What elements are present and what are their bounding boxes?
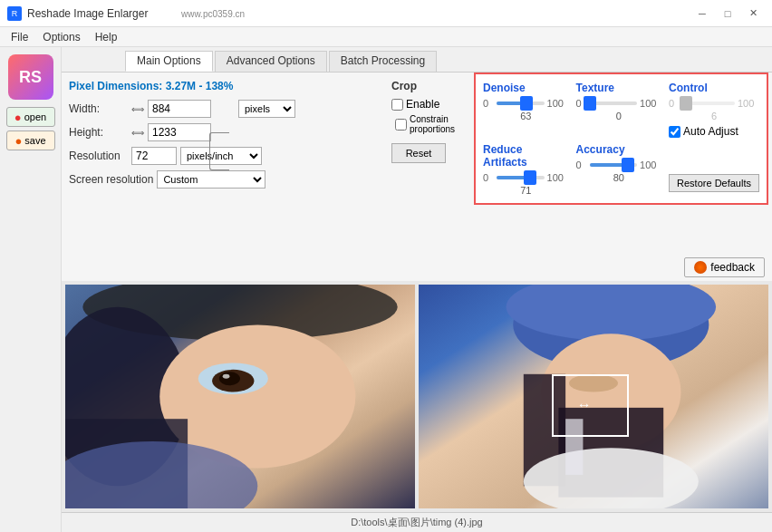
resolution-input[interactable] bbox=[131, 147, 177, 165]
width-input[interactable] bbox=[148, 100, 211, 118]
save-button[interactable]: ● save bbox=[6, 131, 55, 150]
height-label: Height: bbox=[69, 126, 128, 139]
height-row: Height: ⟺ bbox=[69, 123, 390, 141]
maximize-button[interactable]: □ bbox=[716, 5, 739, 23]
accuracy-max: 100 bbox=[640, 160, 661, 170]
denoise-slider-row: 0 100 bbox=[483, 98, 569, 109]
reduce-artifacts-thumb bbox=[524, 170, 536, 185]
main-area: Main Options Advanced Options Batch Proc… bbox=[62, 47, 772, 532]
denoise-thumb bbox=[520, 96, 533, 111]
selection-arrow: ↔ bbox=[577, 397, 592, 413]
sidebar: RS ● open ● save bbox=[0, 47, 62, 532]
accuracy-thumb bbox=[622, 158, 634, 172]
menu-file[interactable]: File bbox=[4, 29, 35, 45]
title-bar: R Reshade Image Enlarger www.pc0359.cn ─… bbox=[0, 0, 772, 27]
window-title: Reshade Image Enlarger bbox=[27, 7, 690, 20]
feedback-icon bbox=[694, 261, 707, 274]
width-arrow-icon: ⟺ bbox=[131, 104, 144, 114]
crop-enable-row: Enable bbox=[391, 98, 466, 111]
texture-slider-row: 0 100 bbox=[576, 98, 662, 109]
open-button[interactable]: ● open bbox=[6, 107, 55, 127]
auto-adjust-row: Auto Adjust bbox=[669, 125, 759, 138]
left-panel: Pixel Dimensions: 3.27M - 138% Width: ⟺ … bbox=[62, 73, 397, 196]
texture-thumb bbox=[584, 96, 596, 111]
screen-res-label: Screen resolution bbox=[69, 173, 153, 186]
menu-help[interactable]: Help bbox=[88, 29, 125, 45]
accuracy-min: 0 bbox=[576, 160, 587, 170]
texture-group: Texture 0 100 0 bbox=[576, 82, 662, 138]
sliders-grid: Denoise 0 100 63 Texture 0 bbox=[483, 82, 759, 196]
denoise-min: 0 bbox=[483, 98, 494, 109]
denoise-group: Denoise 0 100 63 bbox=[483, 82, 569, 138]
sliders-box: Denoise 0 100 63 Texture 0 bbox=[474, 73, 768, 205]
status-path: D:\tools\桌面\图片\timg (4).jpg bbox=[351, 516, 482, 529]
texture-max: 100 bbox=[640, 98, 661, 109]
status-bar: D:\tools\桌面\图片\timg (4).jpg bbox=[62, 512, 772, 532]
minimize-button[interactable]: ─ bbox=[690, 5, 714, 23]
app-logo: RS bbox=[8, 54, 53, 100]
feedback-button[interactable]: feedback bbox=[684, 257, 765, 277]
denoise-max: 100 bbox=[547, 98, 569, 109]
image-left-svg bbox=[65, 285, 415, 508]
height-arrow-icon: ⟺ bbox=[131, 128, 144, 138]
screen-res-select[interactable]: Custom 800x600 1024x768 bbox=[157, 170, 265, 189]
reduce-artifacts-max: 100 bbox=[547, 172, 569, 183]
close-button[interactable]: ✕ bbox=[741, 5, 765, 23]
menu-bar: File Options Help bbox=[0, 27, 772, 47]
reduce-artifacts-track[interactable] bbox=[497, 176, 545, 179]
width-row: Width: ⟺ pixels percent bbox=[69, 100, 390, 118]
feedback-label: feedback bbox=[710, 261, 755, 274]
accuracy-track[interactable] bbox=[590, 163, 638, 167]
resolution-row: Resolution pixels/inch bbox=[69, 147, 390, 165]
image-right: ↔ bbox=[419, 285, 768, 508]
restore-defaults-container: Restore Defaults bbox=[669, 143, 759, 196]
pixel-dimensions-label: Pixel Dimensions: 3.27M - 138% bbox=[69, 80, 390, 92]
svg-point-7 bbox=[223, 374, 230, 379]
accuracy-group: Accuracy 0 100 80 bbox=[576, 143, 662, 196]
texture-track[interactable] bbox=[590, 102, 638, 105]
image-panel-left[interactable] bbox=[65, 285, 415, 508]
accuracy-slider-row: 0 100 bbox=[576, 160, 662, 170]
control-min: 0 bbox=[669, 98, 680, 109]
window-controls: ─ □ ✕ bbox=[690, 5, 765, 23]
restore-defaults-button[interactable]: Restore Defaults bbox=[669, 174, 759, 192]
height-input[interactable] bbox=[148, 123, 211, 141]
denoise-value: 63 bbox=[483, 111, 569, 121]
crop-constrain-label: Constrain proportions bbox=[410, 114, 466, 134]
reduce-artifacts-title: Reduce Artifacts bbox=[483, 143, 569, 169]
auto-adjust-checkbox[interactable] bbox=[669, 126, 680, 138]
reduce-artifacts-value: 71 bbox=[483, 185, 569, 196]
control-group: Control 0 100 6 Auto Adjust bbox=[669, 82, 759, 138]
control-track bbox=[682, 102, 735, 105]
image-panels: ↔ bbox=[62, 281, 772, 512]
tab-main-options[interactable]: Main Options bbox=[125, 51, 213, 72]
image-panel-right[interactable]: ↔ bbox=[419, 285, 768, 508]
svg-point-6 bbox=[219, 372, 240, 385]
accuracy-value: 80 bbox=[576, 172, 662, 183]
control-thumb bbox=[680, 96, 692, 111]
control-title: Control bbox=[669, 82, 759, 94]
crop-enable-label: Enable bbox=[406, 98, 439, 111]
crop-enable-checkbox[interactable] bbox=[391, 99, 403, 111]
resolution-label: Resolution bbox=[69, 150, 128, 162]
texture-value: 0 bbox=[576, 111, 662, 121]
tab-batch-processing[interactable]: Batch Processing bbox=[329, 51, 437, 72]
screen-resolution-row: Screen resolution Custom 800x600 1024x76… bbox=[69, 170, 390, 189]
reset-button[interactable]: Reset bbox=[391, 143, 446, 163]
denoise-track[interactable] bbox=[497, 102, 545, 105]
crop-constrain-row: Constrain proportions bbox=[395, 114, 466, 134]
unit-select[interactable]: pixels percent bbox=[238, 100, 295, 118]
crop-section: Crop Enable Constrain proportions Reset bbox=[388, 73, 469, 170]
link-bracket bbox=[209, 132, 229, 170]
reduce-artifacts-min: 0 bbox=[483, 172, 494, 183]
menu-options[interactable]: Options bbox=[35, 29, 87, 45]
width-label: Width: bbox=[69, 102, 128, 115]
tab-advanced-options[interactable]: Advanced Options bbox=[215, 51, 327, 72]
control-slider-row: 0 100 bbox=[669, 98, 759, 109]
crop-constrain-checkbox[interactable] bbox=[395, 119, 407, 131]
control-value: 6 bbox=[669, 111, 759, 121]
accuracy-title: Accuracy bbox=[576, 143, 662, 156]
image-left bbox=[65, 285, 415, 508]
texture-title: Texture bbox=[576, 82, 662, 94]
app-icon: R bbox=[7, 6, 22, 21]
